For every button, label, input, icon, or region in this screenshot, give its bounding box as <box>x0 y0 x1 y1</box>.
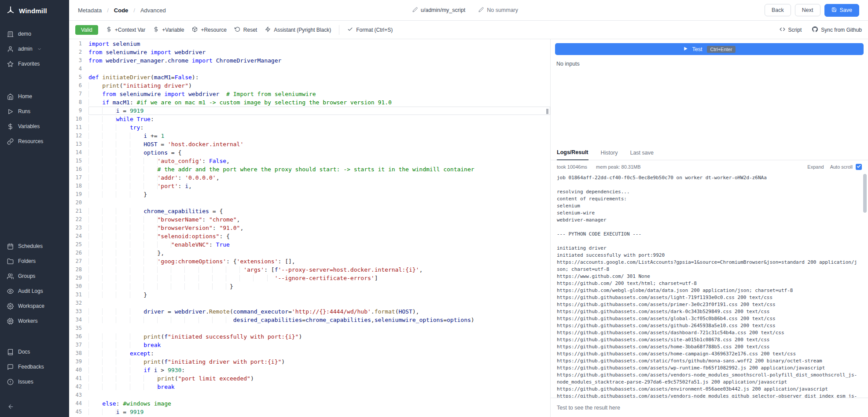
toolbar-right-buttons: ScriptSync from Github <box>780 26 862 33</box>
code-line-text: except: <box>88 349 550 358</box>
line-number: 26 <box>69 249 88 257</box>
sidebar-item-admin[interactable]: admin <box>0 41 69 56</box>
sync-from-github-button[interactable]: Sync from Github <box>812 26 862 33</box>
code-line-text: HOST = 'host.docker.internal' <box>88 140 550 148</box>
code-line-text: break <box>88 383 550 391</box>
context-var-button[interactable]: +Context Var <box>106 26 145 33</box>
arrow-left-icon <box>7 403 14 411</box>
sidebar-item-runs[interactable]: Runs <box>0 104 69 119</box>
sidebar-item-docs[interactable]: Docs <box>0 344 69 359</box>
sidebar-item-favorites[interactable]: Favorites <box>0 56 69 71</box>
code-line-text: 'auto_config': False, <box>88 157 550 165</box>
script-button[interactable]: Script <box>780 26 802 33</box>
resource-button[interactable]: +Resource <box>192 26 226 33</box>
sidebar-item-issues[interactable]: Issues <box>0 374 69 389</box>
code-line-text: from seleniumwire import webdriver # Imp… <box>88 90 550 98</box>
test-shortcut-badge: Ctrl+Enter <box>707 46 736 53</box>
alert-icon <box>7 379 14 385</box>
expand-link[interactable]: Expand <box>807 164 824 170</box>
code-line-text: i = 9919 <box>88 107 550 115</box>
took-duration: took 10046ms <box>557 164 587 170</box>
code-line: 38 except: <box>69 349 550 358</box>
sidebar-item-audit-logs[interactable]: Audit Logs <box>0 284 69 299</box>
autoscroll-toggle[interactable]: Auto scroll <box>830 164 862 170</box>
code-line: 23 "browserVersion": "91.0", <box>69 224 550 232</box>
next-button[interactable]: Next <box>795 4 820 16</box>
code-line-text: } <box>88 291 550 299</box>
sidebar-item-workers[interactable]: Workers <box>0 314 69 328</box>
autoscroll-checkbox[interactable] <box>856 164 862 170</box>
collapse-sidebar-button[interactable] <box>4 401 17 413</box>
sidebar-item-feedbacks[interactable]: Feedbacks <box>0 359 69 374</box>
code-line-text <box>88 391 550 399</box>
save-button-label: Save <box>840 7 853 13</box>
sidebar-item-demo[interactable]: demo <box>0 26 69 41</box>
sidebar-item-schedules[interactable]: Schedules <box>0 239 69 254</box>
code-line: 35 <box>69 324 550 332</box>
topbar: Metadata/Code/Advanced u/admin/my_script… <box>69 0 868 21</box>
sidebar: Windmill demoadminFavorites HomeRunsVari… <box>0 0 69 417</box>
calendar-icon <box>7 243 14 250</box>
tab-history[interactable]: History <box>601 150 618 160</box>
line-number: 28 <box>69 266 88 274</box>
sidebar-item-workspace[interactable]: Workspace <box>0 299 69 314</box>
code-line-text <box>88 65 550 73</box>
line-number: 12 <box>69 132 88 140</box>
line-number: 5 <box>69 73 88 81</box>
test-button[interactable]: Test Ctrl+Enter <box>555 43 864 55</box>
sidebar-item-groups[interactable]: Groups <box>0 269 69 284</box>
reset-button[interactable]: Reset <box>235 26 257 33</box>
back-button[interactable]: Back <box>765 4 791 16</box>
tab-advanced[interactable]: Advanced <box>140 7 166 14</box>
code-line: 17 'addr': '0.0.0.0', <box>69 173 550 182</box>
code-icon <box>780 26 785 33</box>
variable-button[interactable]: +Variable <box>153 26 184 33</box>
valid-badge: Valid <box>75 25 98 35</box>
save-button[interactable]: Save <box>824 4 860 17</box>
code-line: 41 print("port limit exceeded") <box>69 374 550 383</box>
sidebar-item-folders[interactable]: Folders <box>0 254 69 269</box>
tab-logs-result[interactable]: Logs/Result <box>557 149 588 160</box>
script-summary[interactable]: No summary <box>478 7 518 14</box>
autoscroll-label: Auto scroll <box>830 164 853 170</box>
editor-toolbar: Valid +Context Var+Variable+ResourceRese… <box>69 21 868 39</box>
code-line: 8 if macM1: #if we are on mac m1 -> cust… <box>69 98 550 107</box>
line-number: 6 <box>69 81 88 90</box>
code-line-text: # the addr and the port where the proxy … <box>88 165 550 173</box>
sidebar-item-variables[interactable]: Variables <box>0 119 69 134</box>
code-line: 45 i = 9919 <box>69 408 550 416</box>
sidebar-item-home[interactable]: Home <box>0 89 69 104</box>
breadcrumb-separator: / <box>107 7 109 14</box>
code-line: 13 HOST = 'host.docker.internal' <box>69 140 550 148</box>
code-line: 37 break <box>69 341 550 349</box>
format-ctrl-s-button[interactable]: Format (Ctrl+S) <box>347 26 393 33</box>
tab-last-save[interactable]: Last save <box>630 150 654 160</box>
code-line: 18 'port': i, <box>69 182 550 190</box>
code-line-text <box>88 324 550 332</box>
sidebar-item-label: Variables <box>18 123 40 129</box>
building-icon <box>7 31 14 37</box>
line-number: 45 <box>69 408 88 416</box>
windmill-logo[interactable]: Windmill <box>0 0 69 21</box>
rotate-icon <box>235 26 240 33</box>
tab-code[interactable]: Code <box>114 7 129 14</box>
code-line: 7 from seleniumwire import webdriver # I… <box>69 90 550 98</box>
line-number: 30 <box>69 282 88 291</box>
line-number: 22 <box>69 215 88 224</box>
line-number: 8 <box>69 98 88 107</box>
star-icon <box>7 61 14 67</box>
code-line: 22 "browserName": "chrome", <box>69 215 550 224</box>
sidebar-item-label: Groups <box>18 273 35 279</box>
log-scrollbar-thumb[interactable] <box>863 174 867 213</box>
assistant-pyright-black-button[interactable]: Assistant (Pyright Black) <box>265 26 331 33</box>
logs-tabs: Logs/ResultHistoryLast save <box>551 145 868 160</box>
script-path[interactable]: u/admin/my_script <box>412 7 465 14</box>
code-line: 44 else: #windows image <box>69 399 550 408</box>
code-line-text: '--ignore-certificate-errors'] <box>88 274 550 282</box>
log-scrollbar[interactable] <box>863 173 867 398</box>
sidebar-item-resources[interactable]: Resources <box>0 134 69 149</box>
code-editor[interactable]: 1import selenium2from seleniumwire impor… <box>69 39 551 417</box>
line-number: 32 <box>69 299 88 307</box>
tab-metadata[interactable]: Metadata <box>78 7 102 14</box>
code-line-text: 'port': i, <box>88 182 550 190</box>
